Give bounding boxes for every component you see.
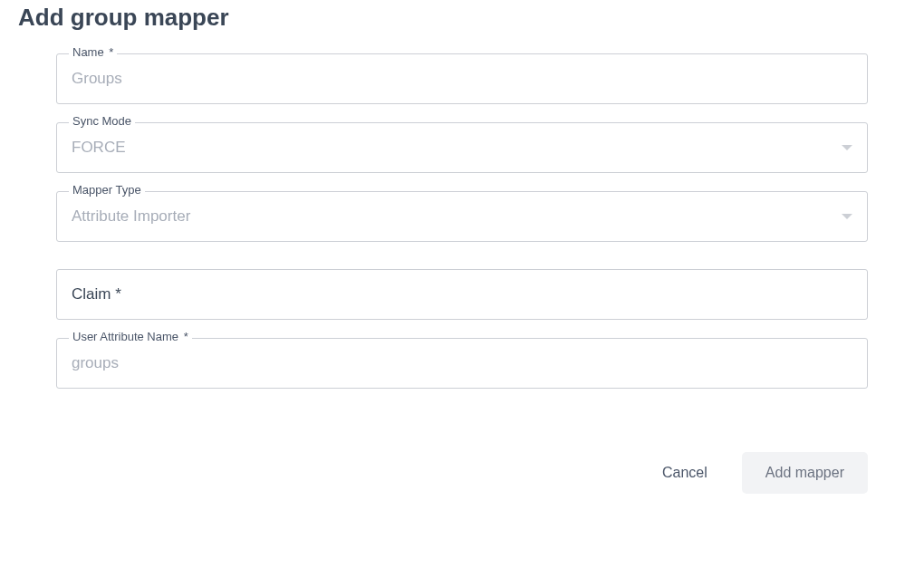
name-label-text: Name <box>72 45 104 59</box>
claim-label: Claim * <box>72 285 121 303</box>
mapper-type-field: Mapper Type Attribute Importer <box>56 191 868 242</box>
form-actions: Cancel Add mapper <box>56 452 868 494</box>
claim-input-container[interactable]: Claim * <box>56 269 868 320</box>
sync-mode-label: Sync Mode <box>69 114 135 128</box>
mapper-type-select[interactable]: Attribute Importer <box>56 191 868 242</box>
user-attribute-name-field: User Attribute Name * <box>56 338 868 389</box>
name-label: Name * <box>69 45 117 59</box>
add-mapper-button[interactable]: Add mapper <box>742 452 868 494</box>
required-marker: * <box>184 330 188 343</box>
sync-mode-field: Sync Mode FORCE <box>56 122 868 173</box>
cancel-button[interactable]: Cancel <box>639 452 731 494</box>
chevron-down-icon <box>842 145 852 150</box>
claim-field: Claim * <box>56 269 868 320</box>
mapper-type-label: Mapper Type <box>69 183 145 197</box>
sync-mode-value: FORCE <box>72 139 834 157</box>
mapper-form: Name * Sync Mode FORCE Mapper Type Attri… <box>18 53 906 494</box>
user-attribute-name-label: User Attribute Name * <box>69 330 192 343</box>
mapper-type-value: Attribute Importer <box>72 207 834 226</box>
page-title: Add group mapper <box>18 4 906 32</box>
chevron-down-icon <box>842 214 852 219</box>
sync-mode-select[interactable]: FORCE <box>56 122 868 173</box>
name-field: Name * <box>56 53 868 104</box>
required-marker: * <box>109 45 113 59</box>
name-input[interactable] <box>72 70 852 88</box>
user-attribute-name-label-text: User Attribute Name <box>72 330 178 343</box>
user-attribute-name-input[interactable] <box>72 354 852 372</box>
